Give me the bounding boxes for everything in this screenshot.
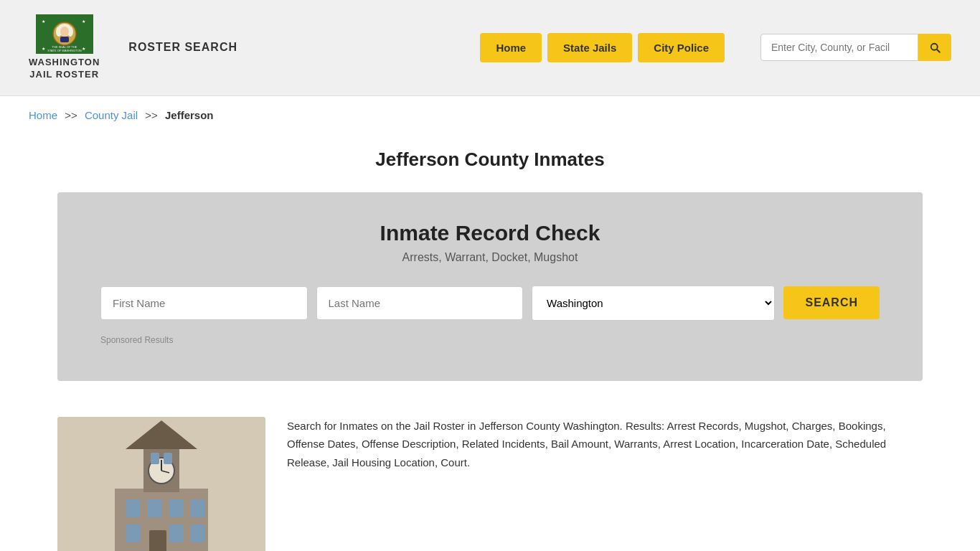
- search-icon: [928, 41, 941, 54]
- site-logo[interactable]: ★ ★ ★ ★ THE SEAL OF THE STATE OF WASHING…: [29, 14, 100, 81]
- building-image: [57, 417, 265, 551]
- header-search-input[interactable]: [760, 34, 918, 61]
- svg-text:★: ★: [42, 19, 45, 24]
- breadcrumb-home-link[interactable]: Home: [29, 109, 57, 121]
- svg-rect-17: [147, 499, 161, 517]
- svg-rect-21: [169, 524, 183, 542]
- svg-point-6: [60, 27, 69, 37]
- wa-flag-icon: ★ ★ ★ ★ THE SEAL OF THE STATE OF WASHING…: [36, 14, 93, 54]
- svg-rect-16: [126, 499, 140, 517]
- record-check-subtitle: Arrests, Warrant, Docket, Mugshot: [100, 251, 880, 264]
- svg-rect-7: [60, 37, 69, 42]
- state-select[interactable]: AlabamaAlaskaArizonaArkansasCaliforniaCo…: [532, 286, 775, 321]
- record-check-title: Inmate Record Check: [100, 221, 880, 245]
- header-search-area: [760, 34, 951, 61]
- svg-text:★: ★: [42, 47, 45, 51]
- nav-home-button[interactable]: Home: [480, 33, 542, 62]
- nav-area: Home State Jails City Police: [480, 33, 725, 62]
- breadcrumb-sep-2: >>: [145, 109, 158, 121]
- svg-rect-23: [149, 530, 166, 551]
- last-name-input[interactable]: [316, 286, 524, 320]
- clock-tower-icon: [57, 417, 265, 551]
- breadcrumb-current: Jefferson: [165, 109, 214, 121]
- page-title: Jefferson County Inmates: [29, 149, 951, 171]
- inmate-search-button[interactable]: SEARCH: [783, 286, 880, 319]
- inmate-search-form: AlabamaAlaskaArizonaArkansasCaliforniaCo…: [100, 286, 880, 321]
- breadcrumb: Home >> County Jail >> Jefferson: [0, 96, 980, 134]
- breadcrumb-sep-1: >>: [65, 109, 77, 121]
- svg-text:★: ★: [82, 47, 85, 51]
- svg-rect-22: [190, 524, 204, 542]
- breadcrumb-county-jail-link[interactable]: County Jail: [85, 109, 138, 121]
- svg-rect-18: [169, 499, 183, 517]
- svg-rect-19: [190, 499, 204, 517]
- svg-rect-29: [151, 453, 159, 464]
- page-title-section: Jefferson County Inmates: [0, 134, 980, 178]
- first-name-input[interactable]: [100, 286, 308, 320]
- description-text: Search for Inmates on the Jail Roster in…: [287, 417, 923, 472]
- svg-text:★: ★: [82, 19, 85, 24]
- logo-text: WASHINGTON JAIL ROSTER: [29, 57, 100, 81]
- nav-state-jails-button[interactable]: State Jails: [547, 33, 632, 62]
- svg-text:STATE OF WASHINGTON: STATE OF WASHINGTON: [47, 49, 82, 52]
- svg-rect-30: [164, 453, 172, 464]
- bottom-section: Search for Inmates on the Jail Roster in…: [0, 395, 980, 551]
- sponsored-label: Sponsored Results: [100, 335, 880, 345]
- record-check-box: Inmate Record Check Arrests, Warrant, Do…: [57, 192, 923, 381]
- nav-city-police-button[interactable]: City Police: [638, 33, 725, 62]
- roster-search-label: ROSTER SEARCH: [128, 41, 237, 54]
- header: ★ ★ ★ ★ THE SEAL OF THE STATE OF WASHING…: [0, 0, 980, 96]
- header-search-button[interactable]: [918, 34, 951, 61]
- svg-rect-20: [126, 524, 140, 542]
